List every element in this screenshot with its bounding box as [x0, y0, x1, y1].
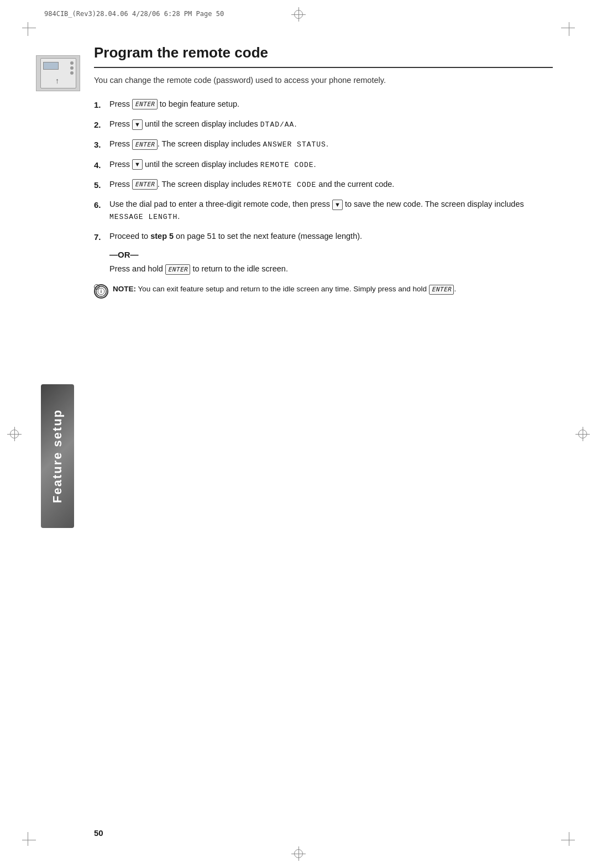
- enter-key-5: ENTER: [132, 179, 158, 190]
- step-1-number: 1.: [94, 98, 109, 111]
- display-dtad: DTAD/AA: [260, 121, 295, 129]
- sidebar-label: Feature setup: [41, 384, 74, 528]
- enter-key-or: ENTER: [165, 264, 191, 275]
- crop-mark-bl-v: [28, 832, 28, 846]
- display-answer-status: ANSWER STATUS: [263, 140, 326, 149]
- enter-key-1: ENTER: [132, 99, 158, 109]
- note-label: NOTE:: [113, 285, 136, 293]
- title-rule: [94, 67, 553, 68]
- display-remote-code-4: REMOTE CODE: [260, 161, 314, 169]
- device-arrow-icon: ↑: [52, 78, 63, 83]
- step-4-number: 4.: [94, 158, 109, 171]
- step-3-text: Press ENTER. The screen display includes…: [109, 138, 553, 150]
- down-arrow-key-6: ▼: [332, 200, 343, 210]
- sidebar-label-container: Feature setup: [33, 111, 82, 802]
- or-followup: Press and hold ENTER to return to the id…: [109, 263, 553, 275]
- note-period: .: [454, 285, 456, 293]
- step-7: 7. Proceed to step 5 on page 51 to set t…: [94, 230, 553, 243]
- display-message-length: MESSAGE LENGTH: [109, 213, 177, 221]
- step-6: 6. Use the dial pad to enter a three-dig…: [94, 198, 553, 223]
- step-2-number: 2.: [94, 118, 109, 131]
- intro-text: You can change the remote code (password…: [94, 75, 553, 87]
- crop-mark-br-v: [569, 832, 569, 846]
- down-arrow-key-2: ▼: [132, 119, 143, 130]
- crop-mark-tl-h: [22, 28, 36, 28]
- crop-mark-tl-v: [28, 22, 28, 36]
- note-body: You can exit feature setup and return to…: [138, 285, 429, 293]
- file-info: 984CIB_(Rev3)28.04.06 4/28/06 6:28 PM Pa…: [44, 10, 224, 18]
- step-6-number: 6.: [94, 198, 109, 211]
- or-separator: —OR—: [109, 250, 553, 259]
- device-illustration: ↑: [40, 58, 76, 88]
- reg-mark-bottom: [294, 849, 303, 858]
- crop-mark-tr-v: [569, 22, 569, 36]
- page-title: Program the remote code: [94, 44, 553, 61]
- step-5: 5. Press ENTER. The screen display inclu…: [94, 178, 553, 191]
- device-buttons: [70, 61, 74, 75]
- crop-mark-tr-h: [561, 28, 575, 28]
- steps-list: 1. Press ENTER to begin feature setup. 2…: [94, 98, 553, 243]
- display-remote-code-5: REMOTE CODE: [263, 181, 316, 189]
- step-7-text: Proceed to step 5 on page 51 to set the …: [109, 230, 553, 242]
- step-4: 4. Press ▼ until the screen display incl…: [94, 158, 553, 171]
- step-2-text: Press ▼ until the screen display include…: [109, 118, 553, 130]
- device-btn-1: [70, 61, 74, 65]
- device-btn-3: [70, 71, 74, 75]
- step-4-text: Press ▼ until the screen display include…: [109, 158, 553, 171]
- step-6-text: Use the dial pad to enter a three-digit …: [109, 198, 553, 223]
- step-5-number: 5.: [94, 178, 109, 191]
- note-icon: i: [94, 284, 108, 299]
- page-number: 50: [94, 828, 103, 838]
- svg-text:i: i: [101, 289, 102, 295]
- crop-mark-br-h: [561, 840, 575, 840]
- step-7-number: 7.: [94, 230, 109, 243]
- step-5-text: Press ENTER. The screen display includes…: [109, 178, 553, 191]
- step-3: 3. Press ENTER. The screen display inclu…: [94, 138, 553, 151]
- reg-mark-top: [294, 10, 303, 19]
- down-arrow-key-4: ▼: [132, 159, 143, 170]
- device-screen: [43, 62, 59, 70]
- step-7-bold: step 5: [150, 232, 174, 240]
- step-2: 2. Press ▼ until the screen display incl…: [94, 118, 553, 131]
- enter-key-note: ENTER: [429, 285, 454, 295]
- device-image: ↑: [36, 55, 80, 91]
- note-text: NOTE: You can exit feature setup and ret…: [113, 284, 456, 295]
- step-3-number: 3.: [94, 138, 109, 151]
- note-circle-icon: i: [95, 284, 107, 299]
- step-1: 1. Press ENTER to begin feature setup.: [94, 98, 553, 111]
- reg-mark-left: [10, 430, 19, 438]
- crop-mark-bl-h: [22, 840, 36, 840]
- enter-key-3: ENTER: [132, 139, 158, 150]
- note-section: i NOTE: You can exit feature setup and r…: [94, 284, 553, 299]
- device-btn-2: [70, 66, 74, 70]
- main-content: Program the remote code You can change t…: [94, 44, 553, 813]
- reg-mark-right: [578, 430, 587, 438]
- step-1-text: Press ENTER to begin feature setup.: [109, 98, 553, 110]
